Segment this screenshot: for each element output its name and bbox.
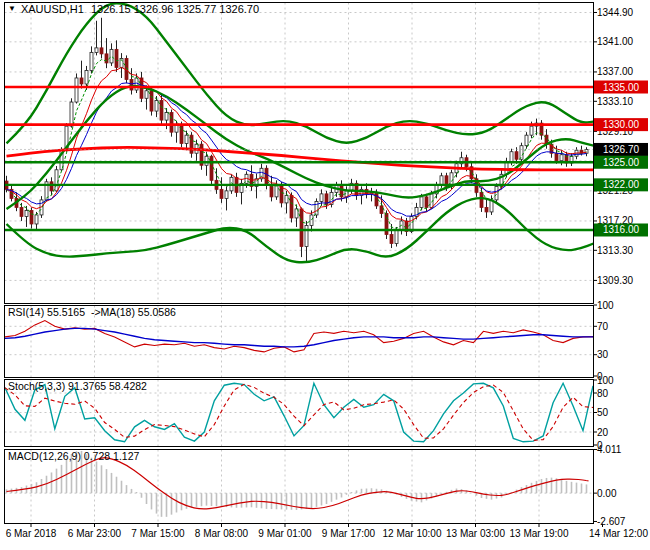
bear-candle xyxy=(515,152,518,160)
bear-candle xyxy=(50,182,53,191)
price-axis-label: 1344.90 xyxy=(597,7,634,18)
bull-candle xyxy=(75,78,78,102)
price-axis-label: 1341.00 xyxy=(597,36,634,47)
price-badge-label: 1316.00 xyxy=(603,224,640,235)
bull-candle xyxy=(440,176,443,185)
bull-candle xyxy=(185,135,188,143)
price-badge-label: 1326.70 xyxy=(603,144,640,155)
bear-candle xyxy=(115,49,118,67)
bull-candle xyxy=(495,186,498,200)
bull-candle xyxy=(55,170,58,191)
bear-candle xyxy=(105,54,108,63)
bear-candle xyxy=(20,207,23,216)
bull-candle xyxy=(205,156,208,165)
bull-candle xyxy=(95,48,98,53)
chart-window: 1344.901341.001337.001333.101329.101321.… xyxy=(0,0,650,550)
bull-candle xyxy=(90,52,93,70)
bull-candle xyxy=(70,102,73,126)
bear-candle xyxy=(80,78,83,84)
candles-layer xyxy=(5,18,588,262)
time-axis-label: 8 Mar 08:00 xyxy=(195,528,249,539)
bear-candle xyxy=(265,168,268,185)
bull-candle xyxy=(25,210,28,216)
macd-axis-label: 0.00 xyxy=(597,488,617,499)
bear-candle xyxy=(130,79,133,90)
bear-candle xyxy=(300,209,303,247)
bear-candle xyxy=(385,213,388,234)
price-axis[interactable]: 1344.901341.001337.001333.101329.101321.… xyxy=(594,7,649,527)
bull-candle xyxy=(285,195,288,203)
ohlc-values: 1326.15 1326.96 1325.77 1326.70 xyxy=(91,3,259,15)
stoch-axis-label: 80 xyxy=(597,388,609,399)
price-axis-label: 1333.10 xyxy=(597,96,634,107)
bear-candle xyxy=(30,210,33,224)
bear-candle xyxy=(375,192,378,206)
stoch-axis-label: 20 xyxy=(597,427,609,438)
bull-candle xyxy=(145,91,148,99)
bull-candle xyxy=(110,49,113,63)
bull-candle xyxy=(320,194,323,202)
time-axis-label: 6 Mar 23:00 xyxy=(68,528,122,539)
bull-candle xyxy=(35,215,38,224)
stoch-axis-label: 100 xyxy=(597,375,614,386)
main-grid xyxy=(5,3,594,304)
bull-candle xyxy=(315,201,318,215)
stoch-indicator-label: Stoch(5,3,3) 91.3765 58.4282 xyxy=(8,380,147,392)
main-chart-area[interactable] xyxy=(5,3,594,304)
bull-candle xyxy=(560,155,563,161)
symbol-timeframe: XAUUSD,H1 xyxy=(21,3,84,15)
bull-candle xyxy=(165,113,168,121)
bear-candle xyxy=(290,195,293,218)
rsi-axis-label: 70 xyxy=(597,321,609,332)
rsi-indicator-label: RSI(14) 55.5165 ->MA(18) 55.0586 xyxy=(8,306,176,318)
time-axis-label: 6 Mar 2018 xyxy=(6,528,57,539)
bull-candle xyxy=(525,135,528,146)
price-axis-label: 1309.30 xyxy=(597,275,634,286)
bear-candle xyxy=(485,207,488,212)
bear-candle xyxy=(380,206,383,214)
bull-candle xyxy=(420,197,423,208)
bear-candle xyxy=(555,153,558,161)
macd-axis-label: 4.011 xyxy=(597,444,622,455)
price-badge-label: 1322.00 xyxy=(603,179,640,190)
price-axis-label: 1337.00 xyxy=(597,66,634,77)
time-axis-label: 13 Mar 19:00 xyxy=(510,528,569,539)
rsi-axis-label: 100 xyxy=(597,300,614,311)
bear-candle xyxy=(220,189,223,198)
bull-candle xyxy=(510,152,513,163)
time-axis-label: 13 Mar 03:00 xyxy=(446,528,505,539)
price-badge-label: 1335.00 xyxy=(603,82,640,93)
bull-candle xyxy=(225,191,228,199)
time-axis-label: 7 Mar 15:00 xyxy=(131,528,185,539)
price-axis-label: 1313.30 xyxy=(597,245,634,256)
time-axis-label: 14 Mar 12:00 xyxy=(589,528,648,539)
rsi-axis-label: 30 xyxy=(597,349,609,360)
bear-candle xyxy=(170,113,173,133)
bull-candle xyxy=(530,126,533,135)
chart-canvas: 1344.901341.001337.001333.101329.101321.… xyxy=(0,0,650,550)
macd-axis-label: -2.607 xyxy=(597,516,626,527)
bear-candle xyxy=(480,192,483,207)
time-axis-label: 9 Mar 01:00 xyxy=(258,528,312,539)
bull-candle xyxy=(155,101,158,112)
macd-indicator-label: MACD(12,26,9) 0.728 1.127 xyxy=(8,450,139,462)
bear-candle xyxy=(150,91,153,111)
price-badge-label: 1325.00 xyxy=(603,157,640,168)
bull-candle xyxy=(395,230,398,244)
bull-candle xyxy=(85,70,88,84)
time-axis-label: 12 Mar 10:00 xyxy=(383,528,442,539)
bear-candle xyxy=(210,156,213,180)
bear-candle xyxy=(425,197,428,208)
ema-overlays xyxy=(7,56,587,228)
bear-candle xyxy=(160,101,163,121)
bear-candle xyxy=(100,48,103,54)
time-axis[interactable]: 6 Mar 20186 Mar 23:007 Mar 15:008 Mar 08… xyxy=(6,524,649,540)
price-badge-label: 1330.00 xyxy=(603,119,640,130)
bear-candle xyxy=(390,235,393,244)
stoch-axis-label: 50 xyxy=(597,407,609,418)
bull-candle xyxy=(305,225,308,246)
symbol-dropdown-icon[interactable]: ▼ xyxy=(8,5,16,13)
time-axis-label: 9 Mar 17:00 xyxy=(322,528,376,539)
chart-ohlc-info: ▼ XAUUSD,H1 1326.15 1326.96 1325.77 1326… xyxy=(8,2,259,16)
